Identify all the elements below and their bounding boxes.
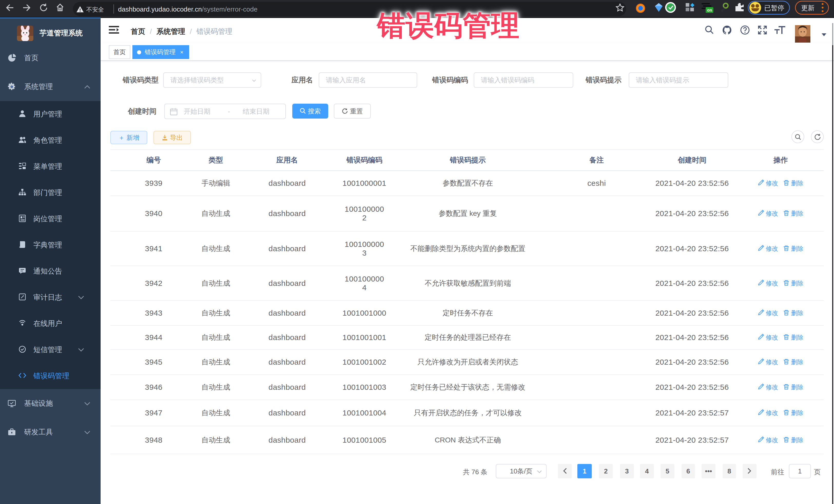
svg-text:on: on — [707, 8, 712, 12]
